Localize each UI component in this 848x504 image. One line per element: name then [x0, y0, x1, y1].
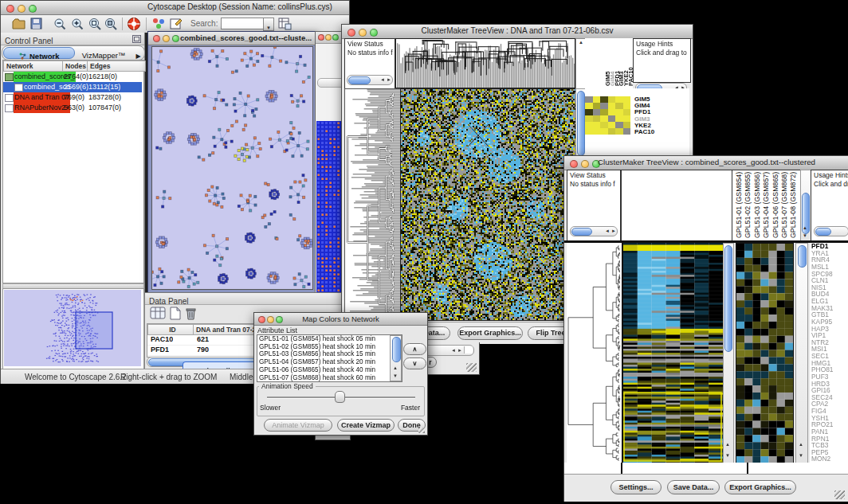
new-attribute-icon[interactable] — [169, 307, 182, 320]
left-arrow-icon[interactable]: ◄ — [605, 228, 610, 235]
right-arrow-icon[interactable]: ► — [457, 347, 462, 354]
zoom-window-icon[interactable] — [29, 5, 37, 13]
id-column-header[interactable]: ID — [147, 324, 195, 335]
left-arrow-icon[interactable]: ◄ — [380, 76, 385, 84]
network-view-titlebar[interactable]: combined_scores_good.txt--cluste... — [148, 32, 316, 45]
zoom-selected-icon[interactable] — [104, 18, 118, 30]
help-lifesaver-icon[interactable] — [127, 17, 141, 31]
zoom-fit-icon[interactable] — [88, 18, 102, 30]
close-icon[interactable] — [6, 5, 14, 13]
scrollbar-end-box — [464, 346, 473, 354]
node-appearance-icon[interactable] — [152, 18, 165, 29]
column-header-network[interactable]: Network — [3, 61, 63, 72]
right-arrow-icon[interactable]: ► — [387, 76, 391, 84]
network-list-item[interactable]: combined_sco2569(6)13112(15) — [3, 82, 142, 92]
tv2-usage-scrollbar[interactable] — [814, 226, 848, 236]
attribute-list[interactable]: GPL51-01 (GSM854) heat shock 05 minGPL51… — [257, 334, 402, 382]
chevron-down-icon: ▼ — [266, 25, 271, 30]
attribute-list-vscrollbar[interactable]: ▲ ▼ — [390, 335, 402, 381]
tv2-genes-vscrollbar[interactable]: ▲ ▼ — [795, 243, 808, 464]
close-icon[interactable] — [318, 34, 324, 41]
resize-grip[interactable] — [418, 428, 425, 433]
dialog-titlebar[interactable]: Map Colors to Network — [254, 313, 427, 326]
network-list-item[interactable]: DNA and Tran 07769(0)183728(0) — [3, 92, 142, 103]
speed-slider-thumb[interactable] — [335, 391, 345, 403]
column-header-nodes[interactable]: Nodes — [62, 61, 88, 72]
tv2-gene-list[interactable]: PFD1YRA1RNR4MSL1SPC98CLN1NIS1BUD4ELG1MAK… — [810, 243, 848, 463]
up-arrow-icon[interactable]: ▲ — [725, 441, 730, 448]
up-arrow-icon[interactable]: ▲ — [799, 441, 803, 448]
minimize-icon[interactable] — [18, 5, 26, 13]
tv2-heatmap[interactable] — [622, 243, 723, 463]
minimize-icon[interactable] — [163, 35, 170, 42]
network-list-item[interactable]: combined_scores_2764(0)16218(0) — [3, 72, 142, 82]
tv2-labels-vscrollbar[interactable]: ▲ ▼ — [800, 170, 811, 242]
settings-button[interactable]: Settings... — [610, 480, 662, 494]
matrix-cell — [623, 109, 631, 115]
float-panel-icon[interactable] — [132, 35, 141, 43]
document-icon — [5, 104, 14, 112]
select-attributes-icon[interactable] — [150, 307, 166, 320]
attribute-list-item[interactable]: GPL51-06 (GSM865) heat shock 40 min — [257, 366, 390, 374]
attribute-list-item[interactable]: GPL51-03 (GSM856) heat shock 15 min — [257, 350, 390, 358]
attribute-list-item[interactable]: GPL51-07 (GSM868) heat shock 60 min — [257, 374, 390, 382]
zoom-in-icon[interactable] — [71, 18, 84, 30]
tv1-correlation-matrix[interactable] — [585, 96, 630, 135]
search-input[interactable] — [221, 18, 264, 29]
search-dropdown-button[interactable]: ▼ — [263, 18, 274, 31]
resize-grip[interactable] — [466, 363, 477, 372]
zoom-window-icon[interactable] — [332, 34, 339, 41]
attribute-list-item[interactable]: GPL51-02 (GSM855) heat shock 10 min — [257, 343, 390, 351]
attribute-list-item[interactable]: GPL51-01 (GSM854) heat shock 05 min — [257, 335, 390, 343]
tv1-column-dendrogram[interactable] — [395, 38, 575, 88]
tab-overflow-button[interactable]: ▶ — [133, 47, 143, 57]
attribute-browser-icon[interactable] — [278, 17, 292, 30]
save-data-button[interactable]: Save Data... — [667, 480, 720, 494]
tab-vizmapper[interactable]: VizMapper™ — [76, 47, 132, 57]
birdseye-overview-canvas[interactable] — [4, 290, 141, 366]
down-arrow-icon[interactable]: ▼ — [725, 452, 730, 459]
zoom-window-icon[interactable] — [172, 35, 179, 42]
tv1-column-labels: GIM5GIM4PFD1GIM3YKE2PAC10 — [585, 38, 633, 89]
delete-attribute-icon[interactable] — [185, 307, 197, 320]
down-arrow-icon[interactable]: ▼ — [393, 373, 398, 380]
resize-grip[interactable] — [834, 490, 845, 499]
gene-label[interactable]: MON2 — [811, 455, 848, 463]
open-file-icon[interactable] — [12, 18, 26, 29]
move-up-button[interactable]: ∧ — [403, 343, 426, 355]
network-list-item[interactable]: RNAPuberNov2+563(0)107847(0) — [3, 103, 142, 113]
zoom-out-icon[interactable] — [53, 18, 67, 30]
tv2-row-dendrogram[interactable] — [567, 243, 622, 463]
tv2-heatmap-vscrollbar[interactable]: ▲ ▼ — [723, 243, 734, 464]
annotation-icon[interactable] — [170, 18, 183, 29]
up-arrow-icon[interactable]: ▲ — [803, 225, 807, 232]
tv2-zoom-heatmap[interactable] — [736, 243, 794, 464]
export-graphics-button[interactable]: Export Graphics... — [457, 326, 523, 340]
matrix-cell — [623, 96, 631, 103]
tv1-row-dendrogram[interactable] — [344, 88, 401, 321]
main-titlebar[interactable]: Cytoscape Desktop (Session Name: collins… — [1, 1, 349, 15]
column-header-edges[interactable]: Edges — [87, 61, 146, 72]
create-vizmap-button[interactable]: Create Vizmap — [337, 419, 395, 432]
close-icon[interactable] — [153, 35, 160, 42]
treeview1-titlebar[interactable]: ClusterMaker TreeView : DNA and Tran 07-… — [342, 25, 693, 39]
minimize-icon[interactable] — [325, 34, 332, 41]
move-down-button[interactable]: ∨ — [403, 357, 426, 369]
network-canvas[interactable] — [151, 46, 313, 290]
attribute-list-item[interactable]: GPL51-04 (GSM857) heat shock 20 min — [257, 358, 390, 366]
up-arrow-icon[interactable]: ▲ — [393, 365, 398, 372]
tv2-status-scrollbar[interactable]: ◄ ► — [570, 226, 618, 236]
tv1-heatmap[interactable] — [400, 88, 576, 321]
tv2-column-tree-area[interactable] — [621, 170, 733, 242]
treeview2-titlebar[interactable]: ClusterMaker TreeView : combined_scores_… — [564, 156, 848, 170]
save-icon[interactable] — [30, 18, 43, 29]
right-arrow-icon[interactable]: ► — [611, 228, 616, 235]
tab-network[interactable]: Network — [3, 47, 75, 59]
export-graphics-button[interactable]: Export Graphics... — [724, 480, 796, 494]
animate-vizmap-button[interactable]: Animate Vizmap — [264, 419, 332, 432]
matrix-cell — [593, 122, 601, 128]
tv1-status-scrollbar[interactable]: ◄ ► — [347, 75, 393, 85]
down-arrow-icon[interactable]: ▼ — [799, 452, 803, 459]
left-arrow-icon[interactable]: ◄ — [451, 347, 456, 354]
down-arrow-icon[interactable]: ▼ — [803, 232, 807, 240]
